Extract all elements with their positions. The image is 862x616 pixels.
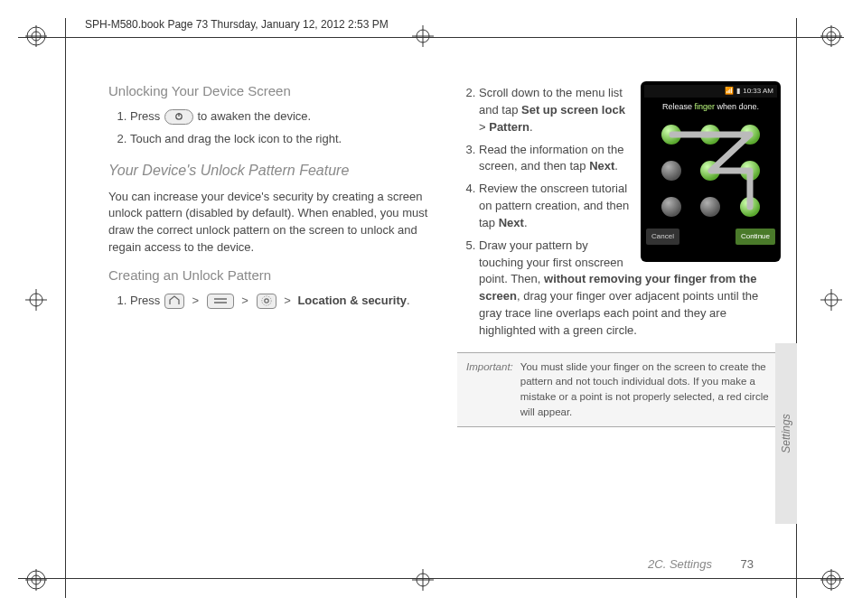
column-right: 📶 ▮ 10:33 AM Release finger when done.	[457, 81, 781, 427]
registration-mark-icon	[25, 289, 47, 311]
registration-mark-icon	[820, 289, 842, 311]
heading-creating-pattern: Creating an Unlock Pattern	[108, 266, 432, 285]
side-tab-label: Settings	[780, 414, 792, 453]
device-status-bar: 📶 ▮ 10:33 AM	[644, 85, 777, 98]
signal-icon: 📶	[725, 86, 734, 97]
chevron-icon: >	[241, 294, 248, 307]
pattern-dot-icon	[700, 125, 720, 145]
column-left: Unlocking Your Device Screen Press to aw…	[108, 81, 432, 427]
svg-point-32	[264, 299, 267, 303]
note-label: Important:	[466, 359, 520, 420]
registration-mark-icon	[25, 569, 47, 591]
device-time: 10:33 AM	[743, 86, 773, 97]
note-text: You must slide your finger on the screen…	[520, 359, 772, 420]
chevron-icon: >	[192, 294, 199, 307]
pattern-dot-icon	[740, 197, 760, 217]
text: .	[529, 120, 533, 134]
pattern-dot-icon	[700, 197, 720, 217]
text: Release	[662, 102, 695, 111]
text: , drag your finger over adjacent points …	[479, 289, 758, 337]
pattern-dot-icon	[661, 161, 681, 181]
text: .	[407, 294, 410, 307]
text: when done.	[715, 102, 759, 111]
battery-icon: ▮	[736, 86, 740, 97]
ui-label-pattern: Pattern	[489, 120, 529, 134]
chevron-icon: >	[284, 294, 291, 307]
text: Press	[130, 294, 164, 307]
pattern-dot-icon	[661, 125, 681, 145]
text: .	[524, 216, 528, 229]
ui-label-next: Next	[589, 159, 614, 173]
settings-key-icon	[257, 294, 276, 309]
pattern-dot-icon	[740, 161, 760, 181]
text: to awaken the device.	[197, 109, 311, 123]
text: .	[614, 159, 618, 173]
registration-mark-icon	[820, 25, 842, 47]
ui-label-set-up-screen-lock: Set up screen lock	[521, 103, 625, 117]
registration-mark-icon	[820, 569, 842, 591]
body-pattern-feature: You can increase your device's security …	[108, 189, 432, 257]
menu-path-location-security: Location & security	[297, 294, 407, 307]
footer-section: 2C. Settings	[648, 557, 712, 571]
unlock-step-2: Touch and drag the lock icon to the righ…	[130, 131, 432, 148]
crop-line-left	[65, 18, 66, 598]
text: >	[479, 120, 489, 134]
heading-unlocking: Unlocking Your Device Screen	[108, 81, 432, 101]
svg-point-33	[261, 296, 270, 305]
menu-key-icon	[207, 294, 234, 309]
pattern-grid	[652, 117, 770, 225]
ui-label-next: Next	[499, 216, 524, 229]
device-hint: Release finger when done.	[644, 98, 777, 115]
pattern-dot-icon	[740, 125, 760, 145]
page-footer: 2C. Settings 73	[648, 557, 754, 571]
important-note: Important: You must slide your finger on…	[457, 352, 781, 427]
registration-mark-icon	[25, 25, 47, 47]
create-step-1: Press > > > Location & security.	[130, 293, 432, 310]
text: Press	[130, 109, 164, 123]
page-header: SPH-M580.book Page 73 Thursday, January …	[80, 16, 394, 33]
highlight-word: finger	[694, 102, 715, 111]
unlock-step-1: Press to awaken the device.	[130, 108, 432, 126]
device-screenshot: 📶 ▮ 10:33 AM Release finger when done.	[641, 81, 781, 262]
power-button-icon	[164, 109, 193, 125]
home-key-icon	[164, 294, 184, 309]
page-content: Unlocking Your Device Screen Press to aw…	[108, 81, 781, 562]
registration-mark-icon	[412, 569, 434, 591]
device-cancel-button: Cancel	[646, 229, 679, 245]
side-tab-settings: Settings	[775, 343, 797, 524]
heading-pattern-feature: Your Device's Unlock Pattern Feature	[108, 160, 432, 181]
registration-mark-icon	[412, 25, 434, 47]
footer-page-number: 73	[741, 557, 754, 571]
device-continue-button: Continue	[736, 229, 775, 245]
pattern-dot-icon	[700, 161, 720, 181]
pattern-dot-icon	[661, 197, 681, 217]
